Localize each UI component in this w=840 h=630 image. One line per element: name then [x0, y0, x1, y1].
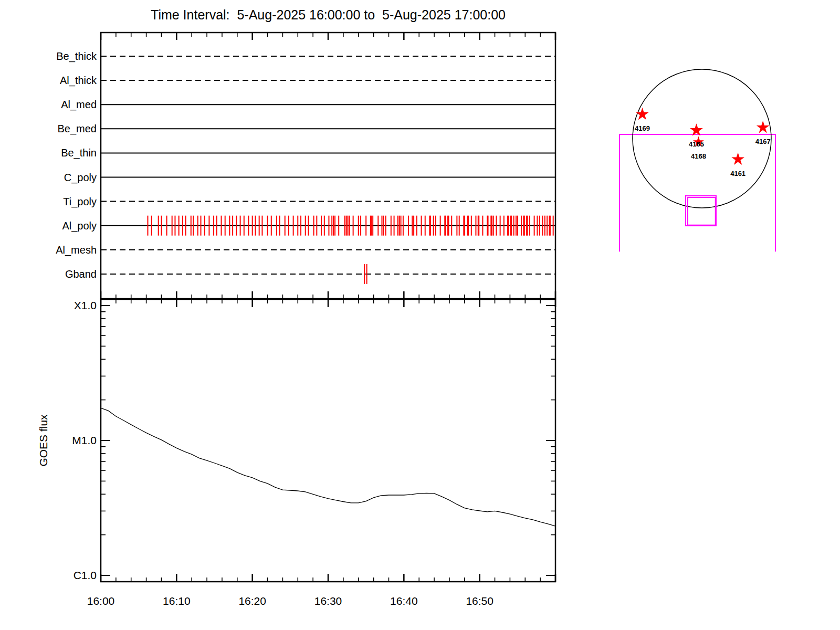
- row-label-Be_thin: Be_thin: [61, 147, 97, 159]
- active-region-star-4161: [731, 153, 744, 165]
- solar-disk: [633, 69, 771, 208]
- active-region-star-4169: [636, 108, 649, 120]
- y-axis-label-C1.0: C1.0: [74, 569, 97, 581]
- solar-timeline-figure: Be_thickAl_thickAl_medBe_medBe_thinC_pol…: [0, 0, 840, 630]
- x-tick-label: 16:30: [314, 595, 342, 607]
- row-label-Be_thick: Be_thick: [56, 50, 97, 62]
- x-tick-label: 16:10: [163, 595, 191, 607]
- y-axis-label-M1.0: M1.0: [72, 434, 97, 446]
- y-axis-label-X1.0: X1.0: [74, 299, 97, 311]
- plot-title: Time Interval: 5-Aug-2025 16:00:00 to 5-…: [101, 7, 555, 23]
- row-label-Al_mesh: Al_mesh: [56, 244, 97, 256]
- active-region-label-4165: 4165: [689, 140, 704, 148]
- row-label-Al_thick: Al_thick: [60, 75, 97, 87]
- active-region-star-4167: [757, 121, 770, 133]
- x-tick-label: 16:50: [466, 595, 494, 607]
- row-label-Al_poly: Al_poly: [62, 220, 97, 232]
- row-label-Al_med: Al_med: [61, 99, 97, 111]
- goes-flux-curve: [101, 408, 555, 526]
- goes-flux-axis-title: GOES flux: [37, 414, 49, 467]
- goes-panel-frame: [101, 299, 555, 582]
- top-panel-frame: [101, 33, 555, 299]
- active-region-label-4169: 4169: [635, 124, 650, 132]
- row-label-C_poly: C_poly: [64, 172, 97, 184]
- fov-box-small-0: [686, 196, 716, 226]
- fov-box-small-1: [688, 197, 716, 225]
- active-region-label-4161: 4161: [730, 170, 746, 177]
- x-tick-label: 16:40: [390, 595, 418, 607]
- x-tick-label: 16:20: [238, 595, 266, 607]
- figure-canvas: Time Interval: 5-Aug-2025 16:00:00 to 5-…: [0, 0, 840, 630]
- active-region-label-4168: 4168: [691, 152, 706, 160]
- x-tick-label: 16:00: [87, 595, 115, 607]
- row-label-Ti_poly: Ti_poly: [63, 196, 97, 208]
- row-label-Gband: Gband: [65, 268, 97, 280]
- row-label-Be_med: Be_med: [58, 123, 97, 135]
- active-region-label-4167: 4167: [755, 138, 771, 145]
